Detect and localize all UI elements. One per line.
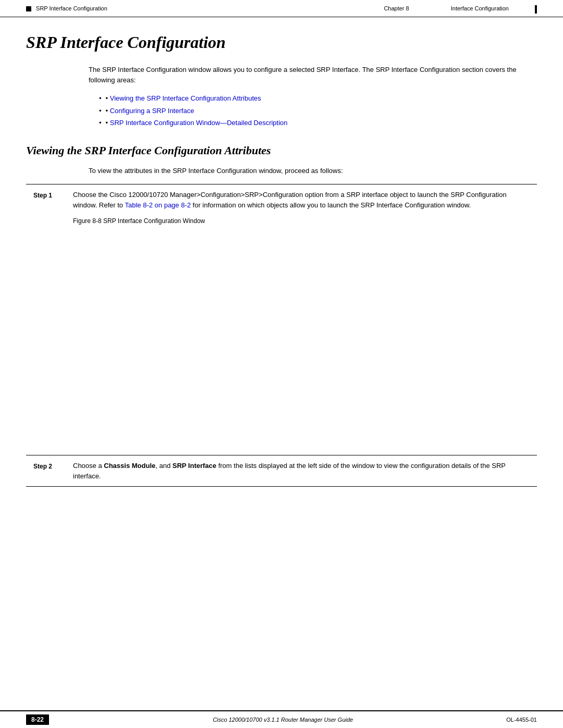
step1-label: Step 1 <box>26 184 63 455</box>
footer-right-text: OL-4455-01 <box>506 717 537 723</box>
list-item: • SRP Interface Configuration Window—Det… <box>99 118 537 128</box>
table-row: Step 2 Choose a Chassis Module, and SRP … <box>26 455 537 487</box>
header-chapter: Chapter 8 <box>384 5 409 14</box>
table-row: Step 1 Choose the Cisco 12000/10720 Mana… <box>26 184 537 455</box>
toc-list: • Viewing the SRP Interface Configuratio… <box>99 93 537 128</box>
toc-link-2[interactable]: Configuring a SRP Interface <box>110 106 194 116</box>
step2-label: Step 2 <box>26 455 63 487</box>
header-section-icon <box>26 6 31 11</box>
footer-center-text: Cisco 12000/10700 v3.1.1 Router Manager … <box>59 717 506 723</box>
header-rule-icon <box>535 5 537 14</box>
list-item: • Configuring a SRP Interface <box>99 106 537 116</box>
toc-link-1[interactable]: Viewing the SRP Interface Configuration … <box>110 93 261 104</box>
chassis-module-term: Chassis Module <box>104 462 155 470</box>
page-title: SRP Interface Configuration <box>26 33 537 52</box>
page-header: SRP Interface Configuration Chapter 8 In… <box>0 0 563 17</box>
footer-page-number: 8-22 <box>26 714 49 725</box>
steps-table: Step 1 Choose the Cisco 12000/10720 Mana… <box>26 184 537 487</box>
page-footer: 8-22 Cisco 12000/10700 v3.1.1 Router Man… <box>0 710 563 728</box>
intro-paragraph: The SRP Interface Configuration window a… <box>89 65 537 85</box>
step2-content: Choose a Chassis Module, and SRP Interfa… <box>63 455 537 487</box>
figure-caption: Figure 8-8 SRP Interface Configuration W… <box>73 216 530 226</box>
section1-heading: Viewing the SRP Interface Configuration … <box>26 144 537 157</box>
toc-link-3[interactable]: SRP Interface Configuration Window—Detai… <box>110 118 288 128</box>
section1-intro: To view the attributes in the SRP Interf… <box>89 166 537 176</box>
header-breadcrumb: SRP Interface Configuration <box>26 5 107 11</box>
header-section: Interface Configuration <box>451 5 509 14</box>
main-content: SRP Interface Configuration The SRP Inte… <box>0 17 563 528</box>
srp-interface-term: SRP Interface <box>173 462 216 470</box>
table-8-2-link[interactable]: Table 8-2 on page 8-2 <box>125 201 190 209</box>
step1-content: Choose the Cisco 12000/10720 Manager>Con… <box>63 184 537 455</box>
list-item: • Viewing the SRP Interface Configuratio… <box>99 93 537 104</box>
header-right: Chapter 8 Interface Configuration <box>384 5 537 14</box>
figure-area: Figure 8-8 SRP Interface Configuration W… <box>73 216 530 446</box>
